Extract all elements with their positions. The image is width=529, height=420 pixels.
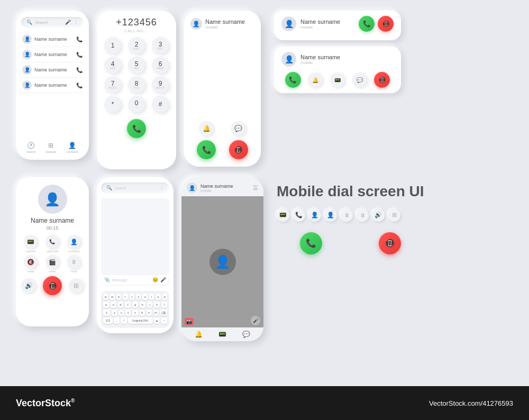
key-3[interactable]: 3DEF: [152, 37, 169, 54]
notif-accept-1[interactable]: 📞: [359, 16, 375, 32]
key-5[interactable]: 5JKL: [128, 57, 145, 74]
strip-person2[interactable]: 👤: [324, 209, 337, 222]
strip-person[interactable]: 👤: [308, 209, 321, 222]
ctrl-contacts[interactable]: 👤 contacts: [64, 235, 84, 253]
key-1[interactable]: 1: [104, 37, 121, 54]
key-w[interactable]: w: [110, 294, 114, 300]
key-9[interactable]: 9WXYZ: [152, 76, 169, 93]
bell-footer-icon[interactable]: 🔔: [195, 331, 203, 338]
key-k[interactable]: k: [154, 302, 160, 308]
call-icon[interactable]: 📞: [76, 83, 83, 88]
strip-call[interactable]: 📞: [293, 209, 305, 222]
key-next[interactable]: →: [161, 317, 167, 324]
end-call-button[interactable]: 📵: [43, 276, 62, 295]
grid-icon-btn[interactable]: ⊞: [69, 278, 84, 293]
notif-voicemail-2[interactable]: 📟: [330, 72, 345, 87]
mic-active-icon[interactable]: 🎤: [251, 316, 260, 325]
key-123[interactable]: 123: [103, 317, 113, 324]
key-8[interactable]: 8TUV: [128, 76, 145, 93]
key-g[interactable]: g: [132, 302, 138, 308]
key-u[interactable]: u: [142, 294, 147, 300]
message-action[interactable]: 💬: [231, 121, 246, 136]
notif-bell-2[interactable]: 🔔: [308, 72, 323, 87]
notif-message-2[interactable]: 💬: [352, 72, 367, 87]
key-a[interactable]: a: [103, 302, 109, 308]
notif-decline-1[interactable]: 📵: [378, 16, 394, 32]
call-icon[interactable]: 📞: [76, 36, 83, 42]
message-input-bar[interactable]: 📎 Message 😊 🎤: [101, 275, 169, 285]
call-icon[interactable]: 📞: [76, 67, 83, 73]
contact-row-2[interactable]: 👤 Name surname 📞: [21, 47, 84, 62]
ctrl-hold[interactable]: ⏸ hold: [64, 255, 84, 273]
strip-volume[interactable]: 🔊: [372, 209, 385, 222]
key-x[interactable]: x: [118, 309, 124, 316]
key-backspace[interactable]: ⌫: [160, 309, 167, 316]
key-l[interactable]: l: [161, 302, 167, 308]
main-accept-button[interactable]: 📞: [300, 232, 322, 254]
key-j[interactable]: j: [147, 302, 153, 308]
message-footer-icon[interactable]: 💬: [242, 331, 250, 338]
nav-contacts[interactable]: 👤 contacts: [67, 142, 78, 153]
ctrl-contacts-label: contacts: [68, 250, 79, 253]
ctrl-mute[interactable]: 🔇 mute: [21, 255, 41, 273]
accept-button[interactable]: 📞: [197, 140, 216, 159]
nav-keypad[interactable]: ⊞ keypad: [45, 142, 56, 153]
sms-search[interactable]: 🔍 Search ⋮: [101, 182, 169, 193]
key-slash[interactable]: /: [121, 317, 127, 324]
notif-decline-2[interactable]: 📵: [374, 72, 390, 88]
strip-voicemail[interactable]: 📟: [277, 209, 289, 222]
call-icon[interactable]: 📞: [76, 52, 83, 58]
key-s[interactable]: s: [111, 302, 116, 308]
key-o[interactable]: o: [156, 294, 160, 300]
key-7[interactable]: 7PQRS: [104, 76, 121, 93]
voicemail-footer-icon[interactable]: 📟: [218, 331, 226, 338]
key-hash[interactable]: #: [152, 96, 169, 113]
key-0[interactable]: 0+: [128, 96, 145, 113]
key-p[interactable]: p: [162, 294, 167, 300]
decline-button[interactable]: 📵: [229, 140, 248, 159]
key-y[interactable]: y: [136, 294, 141, 300]
key-e[interactable]: e: [116, 294, 121, 300]
strip-pause[interactable]: ⏸: [340, 209, 353, 222]
key-shift[interactable]: ⇧: [103, 309, 110, 316]
call-button[interactable]: 📞: [127, 119, 146, 138]
speaker-icon-btn[interactable]: 🔊: [21, 278, 36, 293]
key-space[interactable]: English(USA): [128, 317, 153, 324]
key-star[interactable]: *: [104, 96, 121, 113]
ctrl-add-call[interactable]: 📞 add-call: [43, 235, 62, 253]
key-h[interactable]: h: [140, 302, 145, 308]
decline-icon: 📵: [382, 20, 390, 28]
key-z[interactable]: z: [112, 309, 117, 316]
contact-row-4[interactable]: 👤 Name surname 📞: [21, 78, 84, 93]
key-r[interactable]: r: [123, 294, 127, 300]
key-b[interactable]: b: [140, 309, 145, 316]
key-6[interactable]: 6MNO: [152, 57, 169, 74]
key-i[interactable]: i: [149, 294, 154, 300]
key-c[interactable]: c: [125, 309, 131, 316]
key-v[interactable]: v: [132, 309, 138, 316]
key-m[interactable]: m: [153, 309, 159, 316]
notif-accept-2[interactable]: 📞: [285, 72, 301, 88]
contact-row-1[interactable]: 👤 Name surname 📞: [21, 32, 84, 47]
contact-row-3[interactable]: 👤 Name surname 📞: [21, 62, 84, 78]
hamburger-icon[interactable]: ☰: [253, 185, 258, 191]
camera-off-icon[interactable]: 📷: [185, 318, 194, 325]
strip-grid[interactable]: ⊞: [388, 209, 400, 222]
active-call-phone: 👤 Name surname 00:15 📟 record 📞 add-call…: [16, 177, 89, 326]
key-n[interactable]: n: [147, 309, 152, 316]
key-d[interactable]: d: [118, 302, 124, 308]
ctrl-video[interactable]: 🎬 video: [43, 255, 62, 273]
bell-action[interactable]: 🔔: [199, 121, 214, 136]
key-comma[interactable]: ,: [114, 317, 120, 324]
key-send[interactable]: ➤: [154, 317, 160, 324]
key-2[interactable]: 2ABC: [128, 37, 145, 54]
ctrl-record[interactable]: 📟 record: [21, 235, 41, 253]
key-t[interactable]: t: [130, 294, 134, 300]
contacts-search[interactable]: 🔍 Search 🎤 ⋮: [21, 17, 84, 28]
key-q[interactable]: q: [103, 294, 108, 300]
key-4[interactable]: 4GHI: [104, 57, 121, 74]
nav-recent[interactable]: 🕐 recent: [26, 142, 35, 153]
main-decline-button[interactable]: 📵: [379, 232, 401, 254]
key-f[interactable]: f: [125, 302, 131, 308]
strip-pause2[interactable]: ⏸: [356, 209, 369, 222]
